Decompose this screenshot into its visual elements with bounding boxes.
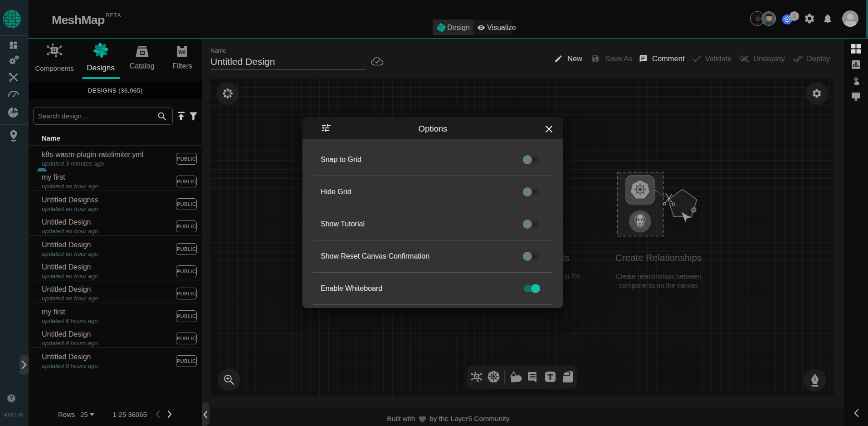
svg-text:WA: WA	[178, 49, 186, 55]
svg-text:?: ?	[10, 395, 13, 402]
